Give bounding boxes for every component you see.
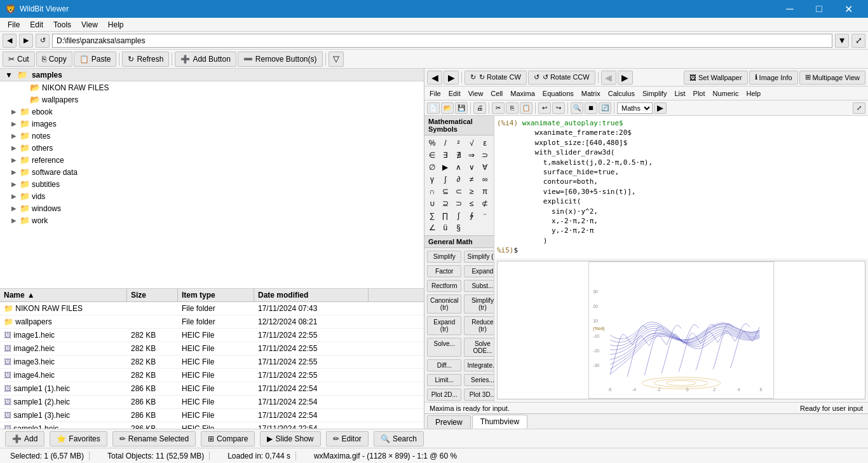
set-wallpaper-button[interactable]: 🖼 Set Wallpaper <box>684 71 748 85</box>
math-sym[interactable]: ∪ <box>426 198 438 209</box>
integrate-btn[interactable]: Integrate... <box>464 359 494 371</box>
viewer-prev-button[interactable]: ◀ <box>601 71 616 85</box>
file-list[interactable]: Name ▲ Size Item type Date modified 📁 NI… <box>0 289 424 429</box>
viewer-back-button[interactable]: ◀ <box>427 71 442 85</box>
math-sym[interactable]: ∲ <box>466 210 477 221</box>
rotate-ccw-button[interactable]: ↺ ↺ Rotate CCW <box>528 71 595 85</box>
address-input[interactable] <box>52 34 832 48</box>
math-sym[interactable]: § <box>453 222 465 233</box>
plot-3d-btn[interactable]: Plot 3D... <box>464 389 494 401</box>
maxima-menu-cell[interactable]: Cell <box>487 88 506 99</box>
math-sym[interactable]: √ <box>466 137 477 149</box>
factor-btn[interactable]: Factor <box>427 265 461 277</box>
math-sym[interactable]: ∫ <box>440 174 451 185</box>
subst-btn[interactable]: Subst... <box>464 280 494 292</box>
tree-view[interactable]: ▼ 📁 samples 📂 NIKON RAW FILES 📂 wallpape… <box>0 69 424 289</box>
refresh-button[interactable]: ↻ Refresh <box>122 52 169 67</box>
math-sym[interactable]: ∈ <box>426 149 438 161</box>
table-row[interactable]: 🖼 sample1 (2).heic 286 KB HEIC File 17/1… <box>0 396 424 409</box>
diff-btn[interactable]: Diff... <box>427 359 461 371</box>
mx-cut-btn[interactable]: ✂ <box>492 102 505 114</box>
add-files-button[interactable]: ➕ Add <box>5 431 44 446</box>
math-sym[interactable]: ⇒ <box>466 149 477 161</box>
math-sym[interactable]: ⊃ <box>453 198 465 209</box>
table-row[interactable]: 🖼 image3.heic 282 KB HEIC File 17/11/202… <box>0 356 424 369</box>
tree-item-notes[interactable]: ▶ 📁 notes <box>0 130 424 142</box>
maxima-menu-equations[interactable]: Equations <box>539 88 578 99</box>
math-sym[interactable]: ⊇ <box>440 198 451 209</box>
tree-item-wallpapers[interactable]: 📂 wallpapers <box>0 93 424 106</box>
add-button[interactable]: ➕ Add Button <box>175 52 236 67</box>
rectform-btn[interactable]: Rectform <box>427 280 461 292</box>
tab-preview[interactable]: Preview <box>427 415 471 429</box>
filter-button[interactable]: ▽ <box>329 52 344 67</box>
math-sym[interactable]: ⊄ <box>479 198 491 209</box>
tree-item-vids[interactable]: ▶ 📁 vids <box>0 190 424 202</box>
tree-item-nikon[interactable]: 📂 NIKON RAW FILES <box>0 81 424 93</box>
math-sym[interactable]: γ <box>426 174 438 185</box>
tree-item-others[interactable]: ▶ 📁 others <box>0 142 424 154</box>
maxima-menu-edit[interactable]: Edit <box>445 88 465 99</box>
menu-file[interactable]: File <box>3 19 25 31</box>
viewer-forward-button[interactable]: ▶ <box>444 71 459 85</box>
search-button[interactable]: 🔍 Search <box>374 431 424 446</box>
solve-ode-btn[interactable]: Solve ODE... <box>464 338 494 357</box>
menu-edit[interactable]: Edit <box>25 19 48 31</box>
table-row[interactable]: 🖼 sample1 (1).heic 286 KB HEIC File 17/1… <box>0 382 424 396</box>
mx-expand-btn[interactable]: ⤢ <box>853 102 865 114</box>
math-sym[interactable]: ≤ <box>466 198 477 209</box>
tree-item-images[interactable]: ▶ 📁 images <box>0 118 424 130</box>
mx-find-btn[interactable]: 🔍 <box>571 102 583 114</box>
maxima-menu-help[interactable]: Help <box>742 88 764 99</box>
math-sym[interactable]: ∏ <box>440 210 451 221</box>
maxima-menu-calculus[interactable]: Calculus <box>604 88 639 99</box>
maxima-menu-numeric[interactable]: Numeric <box>709 88 743 99</box>
math-sym[interactable]: ∞ <box>479 174 491 185</box>
mx-print-btn[interactable]: 🖨 <box>473 102 486 114</box>
mx-paste-btn[interactable]: 📋 <box>520 102 532 114</box>
math-sym[interactable]: ∩ <box>426 186 438 197</box>
table-row[interactable]: 📁 NIKON RAW FILES File folder 17/11/2024… <box>0 302 424 315</box>
remove-button[interactable]: ➖ Remove Button(s) <box>238 52 323 67</box>
math-sym[interactable]: ² <box>453 137 465 149</box>
rotate-cw-button[interactable]: ↻ ↻ Rotate CW <box>465 71 527 85</box>
math-sym[interactable]: ▶ <box>440 162 451 173</box>
table-row[interactable]: 🖼 image4.heic 282 KB HEIC File 17/11/202… <box>0 369 424 382</box>
col-header-name[interactable]: Name ▲ <box>0 289 127 301</box>
multipage-view-button[interactable]: ⊞ Multipage View <box>799 71 865 85</box>
simplify-tr-btn[interactable]: Simplify (tr) <box>464 294 494 314</box>
forward-button[interactable]: ▶ <box>19 34 33 48</box>
math-sym[interactable]: ⊆ <box>440 186 451 197</box>
tab-thumbview[interactable]: Thumbview <box>472 415 527 429</box>
col-header-size[interactable]: Size <box>127 289 178 301</box>
maxima-menu-simplify[interactable]: Simplify <box>639 88 671 99</box>
copy-button[interactable]: ⎘ Copy <box>36 52 72 67</box>
tree-item-subtitles[interactable]: ▶ 📁 subtitles <box>0 178 424 190</box>
favorites-button[interactable]: ⭐ Favorites <box>50 431 107 446</box>
minimize-button[interactable]: ─ <box>775 0 804 18</box>
math-sym[interactable]: ⊂ <box>453 186 465 197</box>
reload-button[interactable]: ↺ <box>36 34 50 48</box>
math-sym[interactable]: ε <box>479 137 491 149</box>
paste-button[interactable]: 📋 Paste <box>74 52 117 67</box>
maxima-menu-view[interactable]: View <box>465 88 487 99</box>
math-sym[interactable]: ∂ <box>453 174 465 185</box>
series-btn[interactable]: Series... <box>464 374 494 386</box>
mx-mode-select[interactable]: Maths Text <box>617 102 653 114</box>
expand-button[interactable]: ⤢ <box>851 34 865 48</box>
tree-item-software-data[interactable]: ▶ 📁 software data <box>0 166 424 178</box>
table-row[interactable]: 🖼 sample1 (3).heic 286 KB HEIC File 17/1… <box>0 409 424 422</box>
mx-play-btn[interactable]: ▶ <box>654 102 667 114</box>
table-row[interactable]: 🖼 image1.heic 282 KB HEIC File 17/11/202… <box>0 329 424 342</box>
menu-view[interactable]: View <box>76 19 103 31</box>
math-sym[interactable]: ∄ <box>453 149 465 161</box>
plot-2d-btn[interactable]: Plot 2D... <box>427 389 461 401</box>
limit-btn[interactable]: Limit... <box>427 374 461 386</box>
mx-stop-btn[interactable]: ⏹ <box>585 102 597 114</box>
tree-item-reference[interactable]: ▶ 📁 reference <box>0 154 424 166</box>
math-sym[interactable]: ü <box>440 222 451 233</box>
maxima-menu-plot[interactable]: Plot <box>689 88 709 99</box>
maxima-menu-file[interactable]: File <box>426 88 445 99</box>
math-sym[interactable]: ∃ <box>440 149 451 161</box>
math-sym[interactable]: ⊃ <box>479 149 491 161</box>
